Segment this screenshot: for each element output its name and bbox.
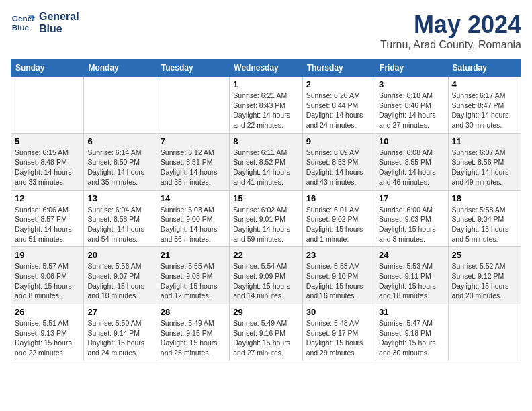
day-info: Sunrise: 6:11 AMSunset: 8:52 PMDaylight:… <box>233 148 298 187</box>
day-number: 18 <box>452 193 517 203</box>
calendar-week-row: 12Sunrise: 6:06 AMSunset: 8:57 PMDayligh… <box>11 190 521 247</box>
day-info: Sunrise: 5:47 AMSunset: 9:18 PMDaylight:… <box>379 318 444 358</box>
day-info: Sunrise: 6:14 AMSunset: 8:50 PMDaylight:… <box>87 148 152 187</box>
logo-text-line1: General <box>39 11 79 23</box>
day-info: Sunrise: 5:48 AMSunset: 9:17 PMDaylight:… <box>306 318 371 358</box>
calendar-cell: 6Sunrise: 6:14 AMSunset: 8:50 PMDaylight… <box>84 133 157 190</box>
svg-text:Blue: Blue <box>12 23 30 32</box>
day-info: Sunrise: 6:12 AMSunset: 8:51 PMDaylight:… <box>161 148 226 187</box>
calendar-cell: 17Sunrise: 6:00 AMSunset: 9:03 PMDayligh… <box>375 190 448 247</box>
calendar-cell: 23Sunrise: 5:53 AMSunset: 9:10 PMDayligh… <box>302 247 375 304</box>
day-info: Sunrise: 6:06 AMSunset: 8:57 PMDaylight:… <box>15 205 80 244</box>
day-number: 20 <box>87 250 152 260</box>
day-number: 8 <box>233 136 298 146</box>
weekday-header: Tuesday <box>157 60 229 77</box>
calendar-cell: 21Sunrise: 5:55 AMSunset: 9:08 PMDayligh… <box>157 247 229 304</box>
weekday-header: Wednesday <box>230 60 302 77</box>
day-number: 19 <box>15 250 80 260</box>
day-info: Sunrise: 6:21 AMSunset: 8:43 PMDaylight:… <box>233 91 298 130</box>
day-info: Sunrise: 5:49 AMSunset: 9:15 PMDaylight:… <box>161 318 226 358</box>
day-info: Sunrise: 6:20 AMSunset: 8:44 PMDaylight:… <box>306 91 371 130</box>
calendar-cell: 20Sunrise: 5:56 AMSunset: 9:07 PMDayligh… <box>84 247 157 304</box>
calendar-cell: 7Sunrise: 6:12 AMSunset: 8:51 PMDaylight… <box>157 133 229 190</box>
month-title: May 2024 <box>380 11 521 39</box>
calendar-cell: 31Sunrise: 5:47 AMSunset: 9:18 PMDayligh… <box>375 304 448 361</box>
day-info: Sunrise: 6:00 AMSunset: 9:03 PMDaylight:… <box>379 205 444 244</box>
day-number: 4 <box>452 79 517 89</box>
day-info: Sunrise: 5:58 AMSunset: 9:04 PMDaylight:… <box>452 205 517 244</box>
day-info: Sunrise: 6:17 AMSunset: 8:47 PMDaylight:… <box>452 91 517 130</box>
calendar-cell: 10Sunrise: 6:08 AMSunset: 8:55 PMDayligh… <box>375 133 448 190</box>
day-info: Sunrise: 5:54 AMSunset: 9:09 PMDaylight:… <box>233 261 298 301</box>
day-number: 11 <box>452 136 517 146</box>
calendar-cell: 16Sunrise: 6:01 AMSunset: 9:02 PMDayligh… <box>302 190 375 247</box>
day-info: Sunrise: 5:56 AMSunset: 9:07 PMDaylight:… <box>87 261 152 301</box>
calendar-week-row: 1Sunrise: 6:21 AMSunset: 8:43 PMDaylight… <box>11 77 521 134</box>
day-number: 12 <box>15 193 80 203</box>
day-number: 3 <box>379 79 444 89</box>
calendar-cell: 8Sunrise: 6:11 AMSunset: 8:52 PMDaylight… <box>230 133 302 190</box>
day-info: Sunrise: 6:09 AMSunset: 8:53 PMDaylight:… <box>306 148 371 187</box>
day-number: 23 <box>306 250 371 260</box>
logo-icon: General Blue <box>11 11 35 35</box>
location-title: Turnu, Arad County, Romania <box>380 39 521 51</box>
day-info: Sunrise: 6:15 AMSunset: 8:48 PMDaylight:… <box>15 148 80 187</box>
day-number: 21 <box>161 250 226 260</box>
day-info: Sunrise: 6:08 AMSunset: 8:55 PMDaylight:… <box>379 148 444 187</box>
day-info: Sunrise: 5:51 AMSunset: 9:13 PMDaylight:… <box>15 318 80 358</box>
calendar-week-row: 19Sunrise: 5:57 AMSunset: 9:06 PMDayligh… <box>11 247 521 304</box>
header: General Blue General Blue May 2024 Turnu… <box>11 11 521 51</box>
day-info: Sunrise: 5:55 AMSunset: 9:08 PMDaylight:… <box>161 261 226 301</box>
day-number: 13 <box>87 193 152 203</box>
calendar-cell: 27Sunrise: 5:50 AMSunset: 9:14 PMDayligh… <box>84 304 157 361</box>
calendar-cell: 11Sunrise: 6:07 AMSunset: 8:56 PMDayligh… <box>448 133 521 190</box>
calendar-cell: 5Sunrise: 6:15 AMSunset: 8:48 PMDaylight… <box>11 133 84 190</box>
day-number: 5 <box>15 136 80 146</box>
day-number: 28 <box>161 307 226 317</box>
day-info: Sunrise: 5:53 AMSunset: 9:10 PMDaylight:… <box>306 261 371 301</box>
calendar-cell: 13Sunrise: 6:04 AMSunset: 8:58 PMDayligh… <box>84 190 157 247</box>
calendar-cell: 15Sunrise: 6:02 AMSunset: 9:01 PMDayligh… <box>230 190 302 247</box>
day-number: 27 <box>87 307 152 317</box>
day-info: Sunrise: 5:57 AMSunset: 9:06 PMDaylight:… <box>15 261 80 301</box>
day-info: Sunrise: 6:03 AMSunset: 9:00 PMDaylight:… <box>161 205 226 244</box>
day-info: Sunrise: 6:02 AMSunset: 9:01 PMDaylight:… <box>233 205 298 244</box>
calendar-cell <box>84 77 157 134</box>
calendar-cell: 29Sunrise: 5:49 AMSunset: 9:16 PMDayligh… <box>230 304 302 361</box>
day-info: Sunrise: 6:04 AMSunset: 8:58 PMDaylight:… <box>87 205 152 244</box>
day-number: 22 <box>233 250 298 260</box>
calendar-cell: 25Sunrise: 5:52 AMSunset: 9:12 PMDayligh… <box>448 247 521 304</box>
day-number: 17 <box>379 193 444 203</box>
weekday-header: Monday <box>84 60 157 77</box>
calendar-cell: 1Sunrise: 6:21 AMSunset: 8:43 PMDaylight… <box>230 77 302 134</box>
day-number: 14 <box>161 193 226 203</box>
day-number: 15 <box>233 193 298 203</box>
day-number: 25 <box>452 250 517 260</box>
day-number: 1 <box>233 79 298 89</box>
weekday-header: Friday <box>375 60 448 77</box>
day-number: 16 <box>306 193 371 203</box>
day-info: Sunrise: 6:07 AMSunset: 8:56 PMDaylight:… <box>452 148 517 187</box>
day-info: Sunrise: 6:01 AMSunset: 9:02 PMDaylight:… <box>306 205 371 244</box>
calendar-week-row: 5Sunrise: 6:15 AMSunset: 8:48 PMDaylight… <box>11 133 521 190</box>
weekday-header-row: SundayMondayTuesdayWednesdayThursdayFrid… <box>11 60 521 77</box>
calendar-cell: 2Sunrise: 6:20 AMSunset: 8:44 PMDaylight… <box>302 77 375 134</box>
logo-text-line2: Blue <box>39 23 79 35</box>
day-info: Sunrise: 5:52 AMSunset: 9:12 PMDaylight:… <box>452 261 517 301</box>
logo: General Blue General Blue <box>11 11 79 35</box>
weekday-header: Thursday <box>302 60 375 77</box>
day-number: 7 <box>161 136 226 146</box>
calendar-cell: 30Sunrise: 5:48 AMSunset: 9:17 PMDayligh… <box>302 304 375 361</box>
calendar-table: SundayMondayTuesdayWednesdayThursdayFrid… <box>11 59 521 361</box>
calendar-cell: 9Sunrise: 6:09 AMSunset: 8:53 PMDaylight… <box>302 133 375 190</box>
calendar-cell: 26Sunrise: 5:51 AMSunset: 9:13 PMDayligh… <box>11 304 84 361</box>
calendar-cell <box>11 77 84 134</box>
day-info: Sunrise: 5:53 AMSunset: 9:11 PMDaylight:… <box>379 261 444 301</box>
weekday-header: Sunday <box>11 60 84 77</box>
calendar-cell: 22Sunrise: 5:54 AMSunset: 9:09 PMDayligh… <box>230 247 302 304</box>
day-number: 9 <box>306 136 371 146</box>
title-area: May 2024 Turnu, Arad County, Romania <box>380 11 521 51</box>
calendar-cell: 12Sunrise: 6:06 AMSunset: 8:57 PMDayligh… <box>11 190 84 247</box>
day-number: 29 <box>233 307 298 317</box>
day-info: Sunrise: 5:49 AMSunset: 9:16 PMDaylight:… <box>233 318 298 358</box>
